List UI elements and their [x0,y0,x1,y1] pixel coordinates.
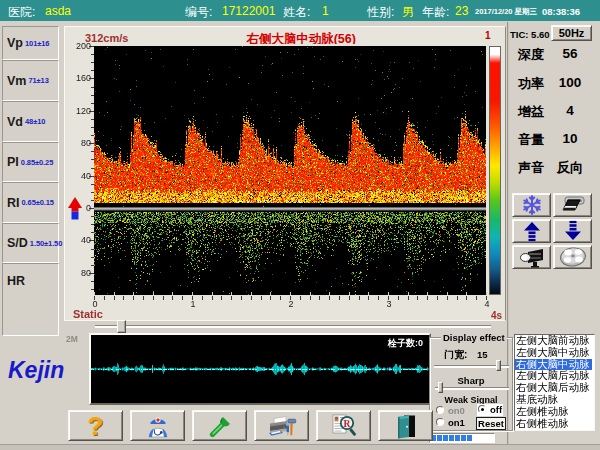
measure-cell-vp: Vp 101±16 [2,26,59,60]
display-effect-title: Display effect [441,332,507,343]
depth-value: 56 [552,46,588,61]
snowflake-icon [521,194,543,216]
film-reel-icon [559,245,587,269]
weak-off-label: off [490,404,502,415]
patient-id-value: 17122001 [222,4,275,18]
display-effect-group: Display effect 门宽: 15 Sharp Weak Signal … [429,337,513,431]
vp-label: Vp [7,36,23,50]
sharp-slider-track[interactable] [435,387,509,390]
sharp-slider-thumb[interactable] [438,382,443,393]
age-label: 年龄: [422,4,449,21]
progress-block [437,435,442,441]
measure-cell-hr: HR [2,263,59,336]
x-tick-label: 4 [477,299,497,309]
depth-down-button[interactable] [553,219,592,243]
hospital-label: 医院: [8,4,35,21]
x-tick-label: 1 [183,299,203,309]
time-text: 08:38:36 [542,6,580,17]
pi-value: 0.85±0.25 [21,158,53,167]
vm-value: 71±13 [28,76,48,85]
measure-cell-vm: Vm 71±13 [2,60,59,101]
sd-label: S/D [7,236,28,250]
vd-label: Vd [7,115,23,129]
ri-value: 0.65±0.15 [22,198,54,207]
param-row-power: 功率 100 [512,75,598,95]
doctor-icon [145,413,171,439]
camera-icon [519,246,545,268]
vp-value: 101±16 [25,39,49,48]
exit-button[interactable] [378,410,433,441]
artery-item[interactable]: 右侧椎动脉 [515,418,594,430]
print-button[interactable] [254,410,309,441]
progress-block [467,435,472,441]
doppler-spectrogram [86,44,489,302]
weak-on0-radio[interactable] [436,406,444,414]
progress-block [449,435,454,441]
weak-off-field: off [477,404,503,416]
weak-off-radio[interactable] [478,405,486,413]
colorbar [489,46,501,295]
hospital-value: asda [45,4,71,18]
y-tick-label: 80 [69,139,91,148]
help-button[interactable]: ? [68,410,123,441]
depth-up-button[interactable] [512,219,551,243]
vm-label: Vm [7,74,26,88]
sd-value: 1.50±1.50 [30,239,62,248]
weak-on1-label: on1 [448,417,465,428]
gate-width-slider-thumb[interactable] [496,360,501,371]
y-tick-label: 120 [69,107,91,116]
save-disc-button[interactable] [553,245,592,269]
ri-label: RI [7,196,20,210]
artery-item[interactable]: 左侧大脑中动脉 [515,347,594,359]
artery-item[interactable]: 基底动脉 [515,394,594,406]
param-row-gain: 增益 4 [512,103,598,123]
artery-item[interactable]: 右侧大脑后动脉 [515,382,594,394]
hr-label: HR [7,274,25,288]
spectrum-scroll-thumb[interactable] [117,320,126,333]
weak-on1-radio[interactable] [436,418,444,426]
settings-button[interactable] [192,410,247,441]
measure-cell-vd: Vd 48±10 [2,101,59,142]
artery-item[interactable]: 左侧大脑后动脉 [515,370,594,382]
y-tick-label: 40 [69,236,91,245]
sex-label: 性别: [367,4,394,21]
patient-id-label: 编号: [185,4,212,21]
y-tick-label: 200 [69,42,91,51]
date-text: 2017/12/20 星期三 [475,7,537,17]
patient-button[interactable] [130,410,185,441]
volume-value: 10 [552,131,588,146]
report-letter: R [343,419,350,429]
progress-block [455,435,460,441]
artery-item[interactable]: 左侧椎动脉 [515,406,594,418]
arrow-down-icon [563,220,583,242]
measure-cell-sd: S/D 1.50±1.50 [2,223,59,263]
print-out-button[interactable] [553,193,592,217]
time-span-label: 4s [491,310,502,321]
sex-value: 男 [402,4,414,21]
weak-on0-label: on0 [448,405,465,416]
param-row-sound: 声音 反向 [512,159,598,179]
baseline-direction-marker [67,197,83,225]
gate-width-label: 门宽: [444,348,467,362]
artery-item[interactable]: 左侧大脑前动脉 [515,335,594,347]
measure-cell-pi: PI 0.85±0.25 [2,142,59,182]
power-label: 功率 [518,75,544,93]
freeze-button[interactable] [512,193,551,217]
patient-name-label: 姓名: [283,4,310,21]
age-value: 23 [455,4,468,18]
spectrum-panel: 312cm/s 右侧大脑中动脉(56) 1 200160120804004080… [64,26,506,321]
reset-button[interactable]: Reset [476,417,506,430]
static-label: Static [73,308,103,320]
arrow-up-icon [522,220,542,242]
artery-item-selected[interactable]: 右侧大脑中动脉 [515,359,592,371]
spectrum-scroll-track[interactable] [95,325,491,328]
bottom-strip [0,444,600,450]
power-value: 100 [552,75,588,90]
param-row-volume: 音量 10 [512,131,598,151]
frequency-button[interactable]: 50Hz [551,25,592,41]
report-button[interactable]: R [316,410,371,441]
progress-block [461,435,466,441]
record-video-button[interactable] [512,245,551,269]
embolus-strip: 栓子数:0 [89,333,431,405]
exit-door-icon [394,413,418,439]
